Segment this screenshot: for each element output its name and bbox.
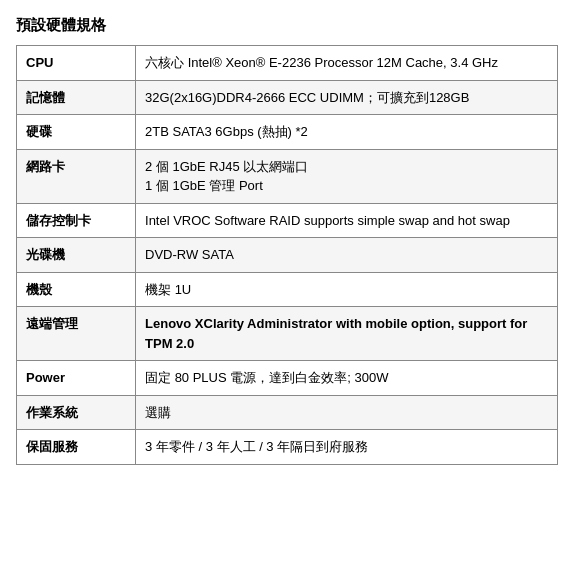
spec-value: 六核心 Intel® Xeon® E-2236 Processor 12M Ca… xyxy=(136,46,558,81)
specs-table: CPU六核心 Intel® Xeon® E-2236 Processor 12M… xyxy=(16,45,558,465)
spec-label: 遠端管理 xyxy=(17,307,136,361)
spec-label: 儲存控制卡 xyxy=(17,203,136,238)
page-title: 預設硬體規格 xyxy=(16,16,558,35)
table-row: 網路卡2 個 1GbE RJ45 以太網端口1 個 1GbE 管理 Port xyxy=(17,149,558,203)
spec-label: Power xyxy=(17,361,136,396)
spec-label: 記憶體 xyxy=(17,80,136,115)
table-row: 光碟機DVD-RW SATA xyxy=(17,238,558,273)
spec-value: 3 年零件 / 3 年人工 / 3 年隔日到府服務 xyxy=(136,430,558,465)
spec-label: 作業系統 xyxy=(17,395,136,430)
table-row: 硬碟2TB SATA3 6Gbps (熱抽) *2 xyxy=(17,115,558,150)
spec-value: DVD-RW SATA xyxy=(136,238,558,273)
spec-value: 選購 xyxy=(136,395,558,430)
table-row: 儲存控制卡Intel VROC Software RAID supports s… xyxy=(17,203,558,238)
table-row: 機殼機架 1U xyxy=(17,272,558,307)
table-row: 記憶體32G(2x16G)DDR4-2666 ECC UDIMM；可擴充到128… xyxy=(17,80,558,115)
spec-value: 機架 1U xyxy=(136,272,558,307)
table-row: CPU六核心 Intel® Xeon® E-2236 Processor 12M… xyxy=(17,46,558,81)
spec-label: 硬碟 xyxy=(17,115,136,150)
spec-label: 網路卡 xyxy=(17,149,136,203)
table-row: 保固服務3 年零件 / 3 年人工 / 3 年隔日到府服務 xyxy=(17,430,558,465)
spec-value: 32G(2x16G)DDR4-2666 ECC UDIMM；可擴充到128GB xyxy=(136,80,558,115)
spec-value: 固定 80 PLUS 電源，達到白金效率; 300W xyxy=(136,361,558,396)
table-row: Power固定 80 PLUS 電源，達到白金效率; 300W xyxy=(17,361,558,396)
spec-label: 光碟機 xyxy=(17,238,136,273)
spec-label: 機殼 xyxy=(17,272,136,307)
spec-value: 2TB SATA3 6Gbps (熱抽) *2 xyxy=(136,115,558,150)
table-row: 遠端管理Lenovo XClarity Administrator with m… xyxy=(17,307,558,361)
spec-value: Intel VROC Software RAID supports simple… xyxy=(136,203,558,238)
spec-label: CPU xyxy=(17,46,136,81)
spec-value: 2 個 1GbE RJ45 以太網端口1 個 1GbE 管理 Port xyxy=(136,149,558,203)
spec-label: 保固服務 xyxy=(17,430,136,465)
table-row: 作業系統選購 xyxy=(17,395,558,430)
spec-value: Lenovo XClarity Administrator with mobil… xyxy=(136,307,558,361)
